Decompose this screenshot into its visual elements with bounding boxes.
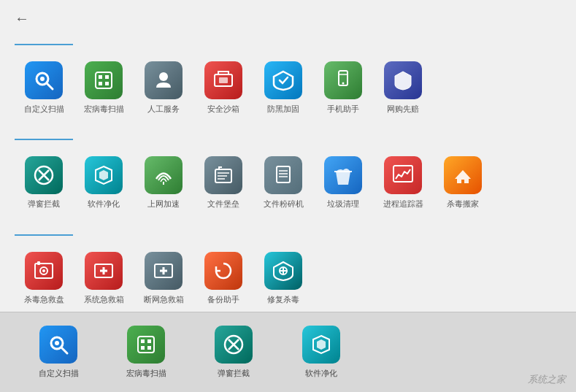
back-button[interactable]: ← (15, 7, 37, 29)
svg-rect-7 (105, 82, 109, 85)
popup-b-bottom-item[interactable]: 弹窗拦截 (204, 326, 263, 379)
payment-item[interactable]: 防黑加固 (257, 61, 310, 114)
shopping-label: 网购先赔 (387, 104, 419, 114)
svg-rect-47 (141, 339, 145, 343)
fix-virus-icon (264, 252, 302, 290)
backup-item[interactable]: 备份助手 (197, 252, 250, 304)
svg-line-44 (61, 347, 67, 353)
backup-icon (204, 252, 242, 290)
svg-rect-48 (147, 339, 151, 343)
security-icon-grid: 自定义扫描宏病毒扫描人工服务安全沙箱防黑加固手机助手网购先赔 (15, 58, 561, 117)
svg-rect-24 (277, 166, 290, 182)
manual-service-label: 人工服务 (147, 104, 180, 114)
fix-virus-item[interactable]: 修复杀毒 (257, 252, 310, 304)
soft-clean-b-bottom-item[interactable]: 软件净化 (292, 326, 350, 379)
soft-clean-b-bottom-icon (302, 326, 340, 364)
mobile-item[interactable]: 手机助手 (317, 61, 369, 114)
section-system-security: 自定义扫描宏病毒扫描人工服务安全沙箱防黑加固手机助手网购先赔 (15, 35, 561, 117)
svg-point-12 (342, 82, 345, 85)
svg-rect-10 (219, 77, 228, 83)
svg-rect-46 (138, 337, 154, 353)
rescue-icon-grid: 杀毒急救盘系统急救箱断网急救箱备份助手修复杀毒 (15, 249, 561, 307)
section-title-security (15, 39, 73, 45)
popup-item[interactable]: 弹窗拦截 (18, 156, 70, 209)
svg-line-1 (47, 83, 53, 89)
section-title-optimize (15, 134, 73, 140)
payment-label: 防黑加固 (267, 104, 299, 114)
svg-rect-49 (141, 346, 145, 350)
backup-label: 备份助手 (207, 294, 239, 304)
net-rescue-item[interactable]: 断网急救箱 (137, 252, 190, 304)
rescue-disk-icon (25, 252, 63, 290)
svg-marker-55 (317, 339, 326, 350)
move-icon (444, 156, 482, 194)
sys-rescue-item[interactable]: 系统急救箱 (77, 252, 130, 304)
mobile-label: 手机助手 (327, 104, 359, 114)
soft-clean-b-bottom-label: 软件净化 (305, 368, 337, 379)
svg-rect-50 (147, 346, 151, 350)
popup-icon (25, 156, 63, 194)
section-system-optimize: 弹窗拦截软件净化上网加速文件堡垒文件粉碎机垃圾清理进程追踪器杀毒搬家 (15, 130, 561, 212)
popup-b-bottom-label: 弹窗拦截 (218, 368, 250, 379)
macro-scan-label: 宏病毒扫描 (84, 104, 124, 114)
section-title-rescue (15, 230, 73, 236)
net-accel-label: 上网加速 (147, 199, 180, 209)
sys-rescue-label: 系统急救箱 (84, 294, 124, 304)
file-fort-item[interactable]: 文件堡垒 (197, 156, 250, 209)
shopping-icon (384, 61, 422, 99)
safe-sandbox-item[interactable]: 安全沙箱 (197, 61, 250, 114)
custom-scan-b-bottom-icon (39, 326, 77, 364)
custom-scan-item[interactable]: 自定义扫描 (18, 61, 70, 114)
custom-scan-b-bottom-label: 自定义扫描 (39, 368, 79, 379)
process-label: 进程追踪器 (383, 199, 423, 209)
main-content-area: ← 自定义扫描宏病毒扫描人工服务安全沙箱防黑加固手机助手网购先赔 弹窗拦截软件净… (0, 0, 576, 312)
svg-rect-4 (99, 75, 102, 79)
custom-scan-icon (25, 61, 63, 99)
macro-scan-b-bottom-label: 宏病毒扫描 (126, 368, 166, 379)
safe-sandbox-icon (204, 61, 242, 99)
move-label: 杀毒搬家 (447, 199, 479, 209)
file-shred-label: 文件粉碎机 (264, 199, 304, 209)
section-system-rescue: 杀毒急救盘系统急救箱断网急救箱备份助手修复杀毒 (15, 226, 561, 307)
net-rescue-label: 断网急救箱 (144, 294, 184, 304)
soft-clean-label: 软件净化 (88, 199, 120, 209)
custom-scan-label: 自定义扫描 (24, 104, 64, 114)
file-shred-item[interactable]: 文件粉碎机 (257, 156, 310, 209)
svg-point-2 (40, 77, 45, 81)
svg-rect-5 (105, 75, 109, 79)
svg-point-8 (159, 72, 168, 81)
macro-scan-item[interactable]: 宏病毒扫描 (77, 61, 130, 114)
soft-clean-item[interactable]: 软件净化 (77, 156, 130, 209)
process-item[interactable]: 进程追踪器 (377, 156, 429, 209)
rescue-disk-item[interactable]: 杀毒急救盘 (18, 252, 70, 304)
soft-clean-icon (85, 156, 123, 194)
process-icon (384, 156, 422, 194)
custom-scan-b-bottom-item[interactable]: 自定义扫描 (29, 326, 88, 379)
popup-label: 弹窗拦截 (28, 199, 60, 209)
fix-virus-label: 修复杀毒 (267, 294, 299, 304)
macro-scan-icon (85, 61, 123, 99)
net-accel-icon (145, 156, 183, 194)
optimize-icon-grid: 弹窗拦截软件净化上网加速文件堡垒文件粉碎机垃圾清理进程追踪器杀毒搬家 (15, 153, 561, 212)
payment-icon (264, 61, 302, 99)
macro-scan-b-bottom-item[interactable]: 宏病毒扫描 (117, 326, 175, 379)
popup-b-bottom-icon (215, 326, 253, 364)
watermark: 系统之家 (528, 373, 566, 386)
junk-clean-item[interactable]: 垃圾清理 (317, 156, 369, 209)
net-accel-item[interactable]: 上网加速 (137, 156, 190, 209)
svg-rect-3 (96, 72, 112, 88)
manual-service-icon (145, 61, 183, 99)
manual-service-item[interactable]: 人工服务 (137, 61, 190, 114)
sys-rescue-icon (85, 252, 123, 290)
file-fort-label: 文件堡垒 (207, 199, 239, 209)
mobile-icon (324, 61, 362, 99)
junk-clean-label: 垃圾清理 (327, 199, 359, 209)
file-shred-icon (264, 156, 302, 194)
svg-point-32 (42, 269, 45, 272)
rescue-disk-label: 杀毒急救盘 (24, 294, 64, 304)
move-item[interactable]: 杀毒搬家 (437, 156, 489, 209)
shopping-item[interactable]: 网购先赔 (377, 61, 429, 114)
safe-sandbox-label: 安全沙箱 (207, 104, 239, 114)
bottom-bar: 自定义扫描宏病毒扫描弹窗拦截软件净化 (0, 312, 576, 392)
file-fort-icon (204, 156, 242, 194)
